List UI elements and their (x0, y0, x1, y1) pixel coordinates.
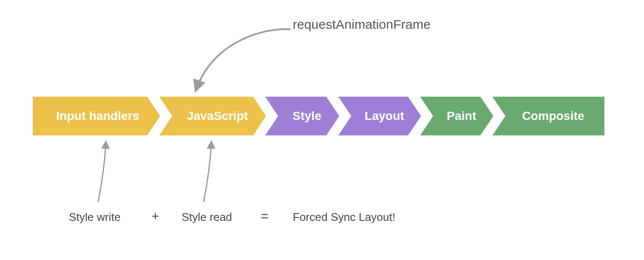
label-style-write: Style write (69, 211, 121, 224)
stage-style: Style (265, 97, 339, 135)
stage-label: Input handlers (49, 109, 145, 123)
frame-pipeline: Input handlersJavaScriptStyleLayoutPaint… (33, 97, 604, 135)
label-equals: = (261, 209, 269, 223)
stage-label: Paint (432, 109, 481, 123)
stage-javascript: JavaScript (159, 97, 266, 135)
arrow-style-write-icon (90, 138, 125, 204)
stage-composite: Composite (492, 97, 604, 135)
stage-paint: Paint (420, 97, 493, 135)
stage-input-handlers: Input handlers (33, 97, 160, 135)
label-plus: + (152, 209, 159, 223)
stage-label: Style (278, 109, 327, 123)
stage-label: JavaScript (172, 109, 253, 123)
arrow-style-read-icon (196, 138, 230, 204)
label-forced-sync-layout: Forced Sync Layout! (293, 211, 395, 224)
stage-label: Composite (508, 109, 590, 123)
label-style-read: Style read (182, 211, 232, 224)
annotation-request-animation-frame: requestAnimationFrame (293, 17, 430, 32)
arrow-to-javascript-icon (181, 21, 293, 97)
stage-label: Layout (350, 109, 409, 123)
diagram-canvas: requestAnimationFrame Input handlersJava… (0, 0, 644, 260)
stage-layout: Layout (338, 97, 421, 135)
